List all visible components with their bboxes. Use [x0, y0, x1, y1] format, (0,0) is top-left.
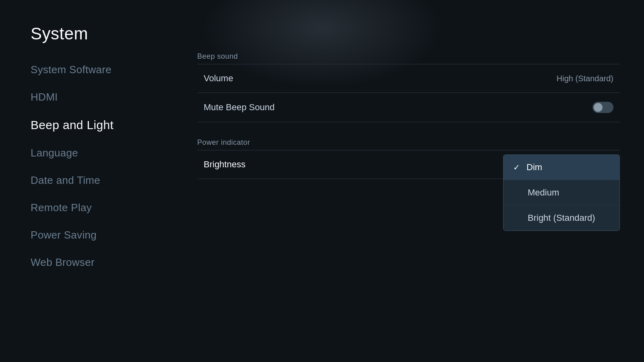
power-indicator-settings-group: Brightness Dim Medium Bright (Standard) — [197, 150, 620, 179]
dropdown-option-bright-standard[interactable]: Bright (Standard) — [504, 205, 619, 230]
beep-sound-section-label: Beep sound — [197, 52, 620, 61]
brightness-row: Brightness Dim Medium Bright (Standard) — [197, 150, 620, 179]
mute-beep-label: Mute Beep Sound — [204, 102, 275, 113]
volume-value: High (Standard) — [557, 74, 613, 83]
volume-label: Volume — [204, 73, 233, 84]
sidebar: System Software HDMI Beep and Light Lang… — [31, 56, 171, 276]
toggle-knob — [594, 103, 603, 112]
page-title: System — [31, 24, 88, 43]
volume-row: Volume High (Standard) — [197, 64, 620, 93]
mute-beep-row: Mute Beep Sound — [197, 93, 620, 122]
brightness-label: Brightness — [204, 159, 246, 170]
power-indicator-section: Power indicator Brightness Dim Medium Br… — [197, 138, 620, 179]
sidebar-item-date-and-time[interactable]: Date and Time — [31, 167, 171, 194]
dropdown-option-medium[interactable]: Medium — [504, 180, 619, 205]
sidebar-item-language[interactable]: Language — [31, 140, 171, 167]
sidebar-item-web-browser[interactable]: Web Browser — [31, 249, 171, 276]
beep-sound-section: Beep sound Volume High (Standard) Mute B… — [197, 52, 620, 122]
sidebar-item-power-saving[interactable]: Power Saving — [31, 222, 171, 249]
dropdown-option-dim[interactable]: Dim — [504, 155, 619, 180]
sidebar-item-hdmi[interactable]: HDMI — [31, 84, 171, 111]
sidebar-item-beep-and-light[interactable]: Beep and Light — [31, 111, 171, 140]
main-content: Beep sound Volume High (Standard) Mute B… — [197, 52, 620, 195]
sidebar-item-system-software[interactable]: System Software — [31, 56, 171, 84]
beep-sound-settings-group: Volume High (Standard) Mute Beep Sound — [197, 64, 620, 122]
brightness-dropdown[interactable]: Dim Medium Bright (Standard) — [503, 154, 620, 231]
power-indicator-section-label: Power indicator — [197, 138, 620, 147]
sidebar-item-remote-play[interactable]: Remote Play — [31, 194, 171, 222]
mute-beep-toggle[interactable] — [592, 102, 613, 113]
